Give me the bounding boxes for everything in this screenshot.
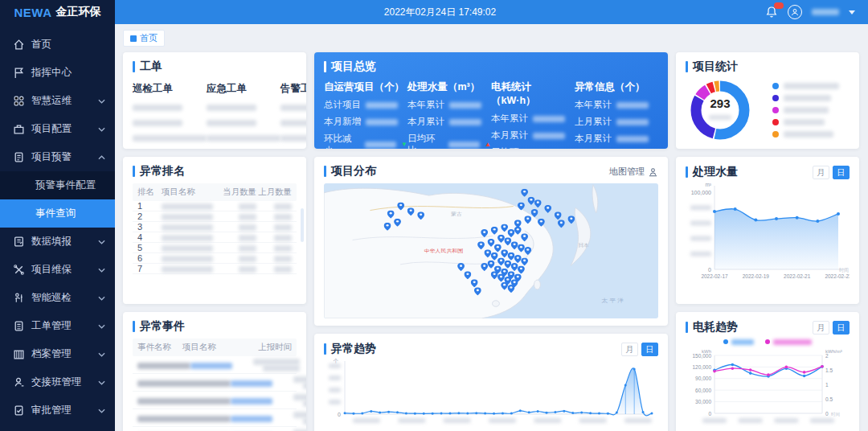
svg-text:2: 2 (825, 353, 829, 359)
map-label: 中华人民共和国 (424, 248, 463, 253)
workorder-value-redacted (207, 135, 280, 142)
scrollbar-thumb[interactable] (301, 208, 304, 242)
sidebar-item-label: 项目维保 (31, 263, 98, 277)
current-month-count-redacted (239, 214, 256, 220)
project-name-redacted (162, 224, 213, 231)
project-name-redacted (162, 266, 213, 273)
china-map[interactable]: 蒙古中华人民共和国日本太平洋 (324, 183, 658, 318)
event-name-redacted (137, 380, 231, 387)
trend-up-icon: ▲ (485, 142, 491, 148)
legend-item[interactable] (772, 131, 839, 138)
project-map-card: 项目分布 地图管理 (314, 157, 668, 326)
sidebar-item-command-center[interactable]: 指挥中心 (0, 59, 115, 87)
project-stats-donut[interactable]: 293 (686, 76, 755, 145)
overview-metric-label: 本年累计 (407, 99, 444, 111)
overview-metric-label: 本年累计 (491, 113, 528, 125)
map-title: 项目分布 (331, 164, 376, 179)
toggle-day[interactable]: 日 (833, 321, 850, 335)
power-legend-item[interactable] (765, 339, 812, 345)
ranking-row[interactable]: 3 (133, 222, 297, 232)
svg-text:个: 个 (334, 358, 339, 363)
toggle-month[interactable]: 月 (621, 343, 638, 356)
toggle-day[interactable]: 日 (833, 166, 850, 179)
map-manage-link[interactable]: 地图管理 (609, 166, 658, 178)
overview-group: 异常信息（个）本年累计上月累计本月累计 (575, 79, 658, 149)
chevron-down-icon (98, 324, 105, 329)
overview-metric-label: 日均环比 (407, 133, 444, 149)
sidebar-item-project-config[interactable]: 项目配置 (0, 115, 115, 143)
report-time-redacted (303, 400, 306, 407)
username-redacted[interactable] (812, 9, 839, 15)
ranking-row[interactable]: 5 (133, 243, 297, 253)
brand-name: 金正环保 (56, 5, 101, 19)
sidebar-item-data-report[interactable]: 数据填报 (0, 228, 115, 256)
workorder-value-redacted (133, 105, 182, 111)
overview-metric-value-redacted (365, 142, 396, 148)
overview-metric-value-redacted (616, 136, 649, 142)
topbar: NEWA 金正环保 2022年02月24日 17:49:02 (0, 0, 868, 24)
sidebar-subitem-alert-event-config[interactable]: 预警事件配置 (0, 171, 115, 199)
overview-metric-value-redacted (533, 116, 565, 122)
toggle-month[interactable]: 月 (813, 166, 829, 179)
ranking-row[interactable]: 6 (133, 253, 297, 264)
sidebar-item-smart-ops[interactable]: 智慧运维 (0, 87, 115, 115)
sidebar-item-project-alert[interactable]: 项目预警 (0, 143, 115, 171)
workorder-column-header: 巡检工单 (133, 82, 207, 96)
legend-item[interactable] (772, 107, 839, 113)
overview-metric-value-redacted (366, 119, 398, 125)
workorder-column: 告警工单 (280, 77, 306, 149)
workorder-value-redacted (133, 135, 207, 142)
donut-center-value: 293 (709, 96, 731, 110)
sidebar-subitem-event-query[interactable]: 事件查询 (0, 199, 115, 228)
event-row[interactable] (133, 374, 297, 392)
event-row[interactable] (133, 356, 297, 374)
overview-metric-row: 本月累计 (491, 129, 575, 142)
sidebar-item-smart-patrol[interactable]: 智能巡检 (0, 284, 115, 312)
user-icon (13, 376, 25, 388)
brand-logo[interactable]: NEWA 金正环保 (0, 0, 115, 24)
sidebar-item-shift-mgmt[interactable]: 交接班管理 (0, 368, 115, 396)
current-month-count-redacted (239, 224, 256, 231)
legend-item[interactable] (772, 119, 839, 125)
legend-item[interactable] (772, 95, 839, 101)
ranking-row[interactable]: 2 (133, 211, 297, 222)
user-menu-caret-icon[interactable] (849, 10, 855, 14)
event-row[interactable] (133, 392, 297, 409)
toggle-month[interactable]: 月 (813, 321, 829, 335)
overview-group-header: 电耗统计（kW·h） (491, 80, 575, 108)
power-legend-item[interactable] (723, 339, 754, 345)
legend-label-redacted (784, 107, 829, 113)
overview-title: 项目总览 (331, 60, 376, 74)
breadcrumb[interactable]: 首页 (123, 30, 165, 47)
svg-text:1.5: 1.5 (825, 367, 833, 373)
workorder-column: 应急工单 (207, 77, 280, 149)
legend-item[interactable] (772, 83, 839, 89)
overview-metric-row: 总计项目 (324, 99, 407, 111)
power-legend-label-redacted (773, 339, 812, 345)
chevron-down-icon (98, 380, 105, 385)
sidebar-item-project-maintenance[interactable]: 项目维保 (0, 256, 115, 284)
patrol-icon (13, 292, 25, 304)
event-row[interactable] (133, 427, 297, 431)
legend-label-redacted (784, 83, 839, 89)
sidebar-item-home[interactable]: 首页 (0, 31, 115, 59)
ranking-row[interactable]: 1 (133, 201, 297, 211)
legend-dot (772, 83, 779, 89)
sidebar-item-archive-mgmt[interactable]: 档案管理 (0, 340, 115, 368)
event-row[interactable] (133, 409, 297, 427)
sidebar-item-workorder-mgmt[interactable]: 工单管理 (0, 312, 115, 340)
workorder-card: 工单 巡检工单应急工单告警工单 (123, 52, 306, 149)
current-month-count-redacted (239, 266, 256, 273)
overview-metric-value-redacted (449, 119, 481, 125)
notification-bell-icon[interactable] (765, 6, 778, 18)
last-month-count-redacted (274, 224, 292, 231)
user-avatar[interactable] (788, 5, 802, 19)
svg-text:2022-02-21: 2022-02-21 (784, 273, 811, 279)
ranking-row[interactable]: 7 (133, 264, 297, 274)
overview-metric-value-redacted (533, 133, 565, 139)
sidebar-item-label: 数据填报 (31, 235, 98, 248)
toggle-day[interactable]: 日 (641, 343, 658, 356)
ranking-row[interactable]: 4 (133, 232, 297, 243)
sidebar-item-approval-mgmt[interactable]: 审批管理 (0, 396, 115, 425)
overview-metric-label: 本年累计 (575, 99, 612, 111)
